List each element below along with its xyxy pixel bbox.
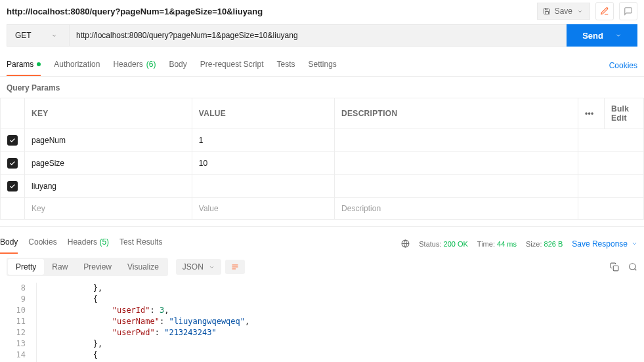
send-button[interactable]: Send [567,24,637,47]
comment-button[interactable] [619,2,637,20]
param-desc[interactable] [335,175,578,198]
param-value[interactable]: 10 [192,152,334,175]
pencil-icon [600,7,609,16]
chevron-down-icon [576,7,584,16]
save-icon [543,7,551,16]
tab-body[interactable]: Body [169,54,186,76]
time-stat: Time: 44 ms [477,240,517,248]
tab-headers[interactable]: Headers (6) [113,54,156,76]
resp-tab-testresults[interactable]: Test Results [119,233,162,254]
more-icon: ••• [585,109,594,118]
param-desc[interactable] [335,129,578,152]
cookies-link[interactable]: Cookies [609,56,637,75]
search-button[interactable] [628,262,637,272]
url-input[interactable] [69,24,567,47]
checkbox[interactable] [7,158,18,169]
param-desc[interactable]: Description [335,198,578,220]
globe-icon[interactable] [401,239,410,248]
params-dot-icon [37,62,41,66]
table-row-new[interactable]: KeyValueDescription [1,198,644,220]
param-key[interactable]: pageNum [25,129,192,152]
resp-tab-body[interactable]: Body [0,233,18,254]
wrap-icon [230,263,240,271]
table-row[interactable]: pageSize10 [1,152,644,175]
param-value[interactable]: Value [192,198,334,220]
wrap-lines-button[interactable] [225,260,245,274]
size-stat: Size: 826 B [526,240,563,248]
param-key[interactable]: liuyang [25,175,192,198]
save-label: Save [555,7,572,16]
comment-icon [624,7,633,16]
tab-params[interactable]: Params [7,54,41,76]
col-checkbox [1,98,25,129]
chevron-down-icon [51,33,57,39]
save-button[interactable]: Save [537,3,590,20]
param-desc[interactable] [335,152,578,175]
edit-button[interactable] [595,2,614,20]
tab-settings[interactable]: Settings [309,54,337,76]
view-preview[interactable]: Preview [75,259,119,275]
table-row[interactable]: pageNum1 [1,129,644,152]
status-stat: Status: 200 OK [419,240,468,248]
tab-authorization[interactable]: Authorization [54,54,100,76]
svg-point-6 [630,264,635,270]
tab-tests[interactable]: Tests [276,54,295,76]
col-key: KEY [25,98,192,129]
chevron-down-icon [209,264,215,270]
query-params-table: KEY VALUE DESCRIPTION ••• Bulk Edit page… [0,98,644,220]
resp-tab-cookies[interactable]: Cookies [28,233,56,254]
request-title: http://localhost:8080/query?pageNum=1&pa… [7,7,530,16]
col-more[interactable]: ••• [578,98,605,129]
view-visualize[interactable]: Visualize [119,259,167,275]
view-raw[interactable]: Raw [44,259,75,275]
method-value: GET [15,31,32,40]
send-label: Send [582,31,603,41]
table-row[interactable]: liuyang [1,175,644,198]
col-value: VALUE [192,98,334,129]
format-select[interactable]: JSON [176,259,221,275]
chevron-down-icon [632,241,637,247]
bulk-edit-button[interactable]: Bulk Edit [605,98,644,129]
resp-tab-headers[interactable]: Headers (5) [68,233,109,254]
checkbox[interactable] [7,135,18,146]
tab-prerequest[interactable]: Pre-request Script [200,54,264,76]
query-params-title: Query Params [0,77,644,98]
svg-rect-5 [613,266,618,271]
param-key[interactable]: pageSize [25,152,192,175]
copy-button[interactable] [610,262,619,272]
svg-line-7 [635,269,637,271]
param-value[interactable]: 1 [192,129,334,152]
view-pretty[interactable]: Pretty [8,259,44,275]
col-description: DESCRIPTION [335,98,578,129]
response-body[interactable]: 8910111213141516 }, { "userId": 3, "user… [0,280,644,362]
method-select[interactable]: GET [7,24,69,47]
save-response-button[interactable]: Save Response [572,239,637,249]
param-value[interactable] [192,175,334,198]
checkbox[interactable] [7,181,18,191]
chevron-down-icon [615,32,622,39]
param-key[interactable]: Key [25,198,192,220]
